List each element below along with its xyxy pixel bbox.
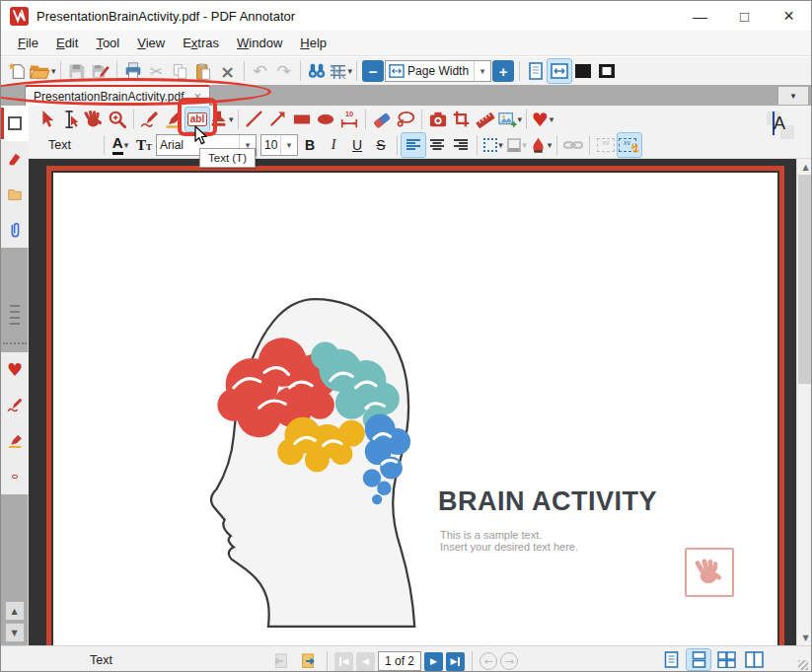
framed-screen-button[interactable] (595, 59, 619, 83)
pdf-page[interactable]: BRAIN ACTIVITY This is a sample text. In… (46, 166, 784, 645)
index-dropdown-arrow[interactable]: ▾ (348, 66, 353, 76)
favorites-dropdown-arrow[interactable]: ▾ (550, 114, 554, 124)
menu-extras[interactable]: Extras (174, 33, 228, 53)
fill-color-button[interactable]: ▾ (529, 133, 553, 157)
last-page-button[interactable]: ▶ (446, 652, 465, 671)
measure-tool-button[interactable]: 10 (337, 108, 361, 131)
window-resize-grip[interactable] (798, 660, 808, 670)
paste-button[interactable] (192, 59, 216, 83)
open-file-button[interactable]: ▾ (29, 59, 56, 83)
snapshot-tool-button[interactable] (426, 108, 450, 131)
ellipse-tool-button[interactable] (314, 108, 337, 131)
copy-button[interactable] (169, 59, 192, 83)
crop-tool-button[interactable] (450, 108, 474, 131)
sidebar-tab-bookmarks[interactable] (1, 141, 29, 177)
font-size-dropdown-arrow[interactable]: ▾ (280, 135, 297, 155)
stamp-dropdown-arrow[interactable]: ▾ (229, 114, 234, 124)
save-button[interactable] (65, 59, 89, 83)
menu-edit[interactable]: Edit (47, 33, 87, 53)
ruler-tool-button[interactable] (474, 108, 497, 131)
sidebar-tab-annotations[interactable] (1, 177, 29, 212)
menu-help[interactable]: Help (291, 33, 335, 53)
zoom-in-button[interactable]: + (491, 59, 515, 83)
menu-tool[interactable]: Tool (87, 33, 128, 53)
sidebar-scroll-down-button[interactable]: ▼ (5, 623, 25, 642)
link-button[interactable] (561, 133, 585, 157)
document-viewport[interactable]: BRAIN ACTIVITY This is a sample text. In… (29, 159, 796, 645)
open-dropdown-arrow[interactable]: ▾ (51, 66, 56, 76)
sidebar-tab-text[interactable] (1, 459, 29, 494)
zoom-out-button[interactable]: − (361, 59, 385, 83)
sidebar-tab-attachments[interactable] (1, 212, 29, 248)
document-tab[interactable]: PresentationBrainActivity.pdf × (25, 85, 210, 106)
index-grid-button[interactable]: ▾ (329, 59, 353, 83)
full-page-view-button[interactable] (524, 59, 548, 83)
fill-color-dropdown-arrow[interactable]: ▾ (548, 140, 553, 150)
history-back-button[interactable]: ← (480, 652, 497, 670)
eraser-tool-button[interactable] (370, 108, 394, 131)
menu-view[interactable]: View (128, 33, 174, 53)
zoom-tool-button[interactable] (106, 108, 129, 131)
find-button[interactable] (305, 59, 329, 83)
align-left-button[interactable] (402, 133, 425, 157)
page-indicator[interactable]: 1 of 2 (378, 651, 421, 671)
sidebar-grip-handle[interactable] (10, 305, 20, 327)
font-color-button[interactable]: A ▾ (109, 133, 132, 157)
pan-hand-tool-button[interactable] (82, 108, 106, 131)
save-as-button[interactable] (89, 59, 112, 83)
sidebar-tab-favorites[interactable]: ♥ (1, 352, 29, 388)
menu-window[interactable]: Window (228, 33, 291, 53)
new-document-button[interactable] (5, 59, 29, 83)
zoom-level-combobox[interactable]: Page Width ▾ (385, 60, 491, 82)
two-page-layout-button[interactable] (714, 649, 738, 670)
facing-pages-layout-button[interactable] (742, 649, 766, 670)
history-forward-button[interactable]: → (500, 652, 518, 670)
highlighter-tool-button[interactable] (162, 108, 185, 131)
strikethrough-button[interactable]: S (369, 133, 393, 157)
undo-button[interactable]: ↶ (249, 59, 272, 83)
tab-close-icon[interactable]: × (194, 90, 202, 103)
border-width-dropdown-arrow[interactable]: ▾ (522, 140, 527, 150)
sidebar-tab-marker[interactable] (1, 423, 29, 459)
image-dropdown-arrow[interactable]: ▾ (518, 114, 523, 124)
scroll-down-button[interactable]: ▼ (797, 630, 812, 645)
border-width-button[interactable]: ▾ (505, 133, 529, 157)
rectangle-tool-button[interactable] (290, 108, 314, 131)
first-page-button[interactable]: ◀ (334, 652, 353, 671)
underline-button[interactable]: U (345, 133, 369, 157)
delete-button[interactable]: × (216, 59, 240, 83)
favorites-tool-button[interactable]: ♥ ▾ (531, 108, 554, 131)
sidebar-tab-thumbnails[interactable] (1, 106, 29, 141)
insert-image-button[interactable]: ▾ (497, 108, 523, 131)
tab-overflow-button[interactable]: ▾ (778, 87, 808, 105)
redo-button[interactable]: ↷ (272, 59, 296, 83)
italic-button[interactable]: I (322, 133, 345, 157)
hand-stamp-annotation[interactable] (685, 548, 734, 597)
stamp-tool-button[interactable]: ▾ (209, 108, 234, 131)
close-button[interactable]: × (767, 1, 811, 31)
font-color-dropdown-arrow[interactable]: ▾ (124, 140, 129, 150)
arrow-tool-button[interactable] (266, 108, 290, 131)
previous-page-button[interactable]: ◀ (356, 652, 375, 671)
bold-button[interactable]: B (298, 133, 322, 157)
previous-view-button[interactable] (269, 649, 293, 672)
border-style-dropdown-arrow[interactable]: ▾ (498, 140, 503, 150)
next-view-button[interactable] (296, 649, 320, 672)
select-tool-button[interactable] (35, 108, 58, 131)
sidebar-tab-pen[interactable] (1, 388, 29, 423)
scrollbar-thumb[interactable] (798, 175, 812, 384)
lasso-tool-button[interactable] (394, 108, 417, 131)
minimize-button[interactable]: — (678, 1, 722, 31)
menu-file[interactable]: File (9, 33, 47, 53)
print-button[interactable] (121, 59, 145, 83)
next-page-button[interactable]: ▶ (424, 652, 443, 671)
border-style-button[interactable]: ▾ (481, 133, 505, 157)
pen-tool-button[interactable] (138, 108, 162, 131)
text-tool-button[interactable]: abl (185, 108, 209, 131)
single-page-layout-button[interactable] (659, 649, 683, 670)
scroll-up-button[interactable]: ▲ (797, 159, 812, 175)
text-select-tool-button[interactable] (58, 108, 82, 131)
auto-text-off-button[interactable]: xv (594, 133, 618, 157)
zoom-dropdown-arrow[interactable]: ▾ (474, 61, 490, 81)
full-screen-button[interactable] (571, 59, 595, 83)
